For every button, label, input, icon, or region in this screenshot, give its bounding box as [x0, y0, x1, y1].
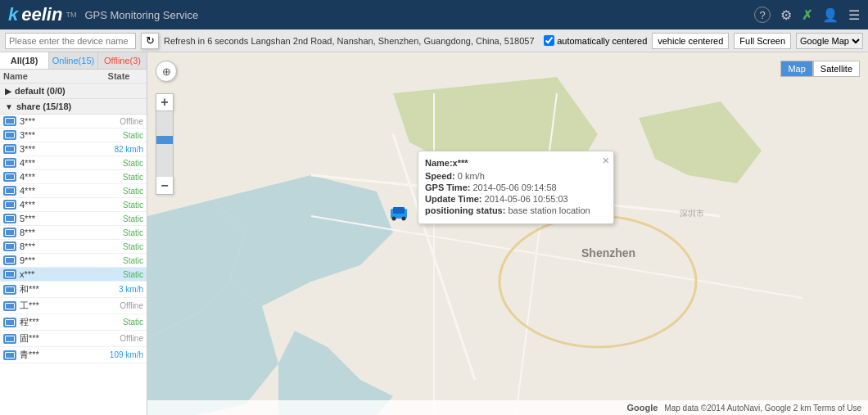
device-icon — [3, 241, 16, 251]
list-item[interactable]: 3*** Static — [0, 129, 147, 142]
list-item[interactable]: 青*** 109 km/h — [0, 347, 147, 363]
device-icon — [3, 318, 16, 327]
map-bottom-bar: Google Map data ©2014 AutoNavi, Google 2… — [147, 400, 868, 415]
svg-point-18 — [392, 217, 396, 221]
device-status: Static — [123, 242, 143, 251]
auto-centered-input[interactable] — [544, 35, 554, 46]
group-default-label: default (0/0) — [15, 86, 66, 96]
device-status: 109 km/h — [110, 350, 143, 359]
help-icon[interactable]: ? — [754, 7, 771, 23]
user-icon[interactable]: 👤 — [822, 7, 839, 23]
group-share-label: share (15/18) — [16, 101, 71, 111]
sidebar: All(18) Online(15) Offline(3) Name State… — [0, 52, 147, 415]
header-icons: ? ⚙ ✗ 👤 ☰ — [754, 7, 860, 23]
list-item[interactable]: 8*** Static — [0, 240, 147, 254]
google-logo: Google — [626, 403, 658, 413]
satellite-button[interactable]: Satellite — [813, 61, 860, 77]
map-attribution: Map data ©2014 AutoNavi, Google 2 km Ter… — [664, 404, 861, 413]
device-search-input[interactable] — [5, 33, 136, 49]
group-default[interactable]: ▶ default (0/0) — [0, 83, 147, 99]
device-icon — [3, 214, 16, 223]
tab-all[interactable]: All(18) — [0, 52, 49, 69]
tab-online[interactable]: Online(15) — [49, 52, 98, 69]
device-status: Offline — [120, 117, 143, 126]
zoom-out-button[interactable]: − — [156, 177, 174, 195]
tab-bar: All(18) Online(15) Offline(3) — [0, 52, 147, 70]
list-item[interactable]: 5*** Static — [0, 212, 147, 226]
col-state-label: State — [94, 71, 143, 81]
list-item[interactable]: 和*** 3 km/h — [0, 282, 147, 298]
group-expand-icon: ▶ — [5, 87, 11, 96]
device-name: 3*** — [20, 144, 114, 154]
device-status: Static — [123, 214, 143, 223]
popup-title: Name:x*** — [425, 158, 607, 168]
list-item[interactable]: 3*** Offline — [0, 115, 147, 129]
full-screen-button[interactable]: Full Screen — [734, 33, 791, 49]
vehicle-info-popup: × Name:x*** Speed: 0 km/h GPS Time: 2014… — [418, 151, 614, 224]
device-list: ▶ default (0/0) ▼ share (15/18) 3*** Off… — [0, 83, 147, 415]
device-icon — [3, 228, 16, 237]
map-area[interactable]: Shenzhen 深圳市 ⊕ + − Map Satellite — [147, 52, 868, 415]
list-item[interactable]: 工*** Offline — [0, 298, 147, 314]
device-name: 4*** — [20, 172, 123, 182]
logo-tm: TM — [66, 11, 76, 19]
device-name: 程*** — [20, 316, 123, 328]
vehicle-marker[interactable] — [389, 204, 409, 223]
menu-icon[interactable]: ☰ — [848, 7, 860, 23]
popup-gps-time-row: GPS Time: 2014-05-06 09:14:58 — [425, 183, 607, 192]
logo-service: GPS Monitoring Service — [84, 9, 198, 21]
device-name: 工*** — [20, 300, 120, 312]
device-name: 4*** — [20, 158, 123, 168]
list-item[interactable]: 4*** Static — [0, 184, 147, 198]
list-item[interactable]: x*** Static — [0, 268, 147, 282]
compass-button[interactable]: ⊕ — [156, 61, 177, 82]
list-item[interactable]: 固*** Offline — [0, 331, 147, 347]
device-status: Static — [123, 318, 143, 327]
list-item[interactable]: 8*** Static — [0, 226, 147, 240]
group-share[interactable]: ▼ share (15/18) — [0, 99, 147, 115]
col-name-label: Name — [3, 71, 94, 81]
popup-speed-row: Speed: 0 km/h — [425, 171, 607, 181]
list-item[interactable]: 9*** Static — [0, 254, 147, 268]
excel-icon[interactable]: ✗ — [802, 7, 812, 23]
list-item[interactable]: 4*** Static — [0, 198, 147, 212]
auto-centered-checkbox[interactable]: automatically centered — [544, 35, 647, 46]
device-name: 4*** — [20, 200, 123, 210]
popup-close-button[interactable]: × — [603, 154, 609, 167]
device-icon — [3, 255, 16, 265]
zoom-in-button[interactable]: + — [156, 93, 174, 111]
zoom-slider-thumb[interactable] — [156, 136, 173, 144]
device-icon — [3, 186, 16, 196]
popup-positioning-label: positioning status: — [425, 205, 505, 215]
settings-icon[interactable]: ⚙ — [780, 7, 792, 23]
list-item[interactable]: 4*** Static — [0, 170, 147, 184]
device-status: 3 km/h — [119, 285, 143, 294]
device-status: Static — [123, 187, 143, 196]
device-name: 8*** — [20, 241, 123, 251]
device-status: 82 km/h — [114, 145, 143, 154]
toolbar: ↻ Refresh in 6 seconds Langshan 2nd Road… — [0, 29, 868, 52]
map-button[interactable]: Map — [780, 61, 812, 77]
device-icon — [3, 350, 16, 360]
list-item[interactable]: 4*** Static — [0, 156, 147, 170]
map-navigation: ⊕ — [156, 61, 177, 82]
device-icon — [3, 285, 16, 295]
list-item[interactable]: 程*** Static — [0, 314, 147, 331]
list-item[interactable]: 3*** 82 km/h — [0, 142, 147, 156]
popup-positioning-value: base station location — [508, 205, 590, 215]
device-icon — [3, 200, 16, 210]
header: k eelin TM GPS Monitoring Service ? ⚙ ✗ … — [0, 0, 868, 29]
map-type-select[interactable]: Google Map Baidu Map OpenStreet — [796, 33, 863, 49]
device-status: Static — [123, 270, 143, 279]
device-name: 青*** — [20, 349, 110, 361]
device-status: Static — [123, 256, 143, 265]
refresh-button[interactable]: ↻ — [141, 33, 159, 49]
device-name: 和*** — [20, 283, 119, 295]
svg-point-19 — [402, 217, 406, 221]
vehicle-centered-button[interactable]: vehicle centered — [652, 33, 729, 49]
device-name: 9*** — [20, 255, 123, 265]
auto-centered-label: automatically centered — [557, 36, 647, 46]
tab-offline[interactable]: Offline(3) — [98, 52, 147, 69]
group-share-expand-icon: ▼ — [5, 102, 13, 111]
zoom-slider[interactable] — [156, 111, 174, 177]
